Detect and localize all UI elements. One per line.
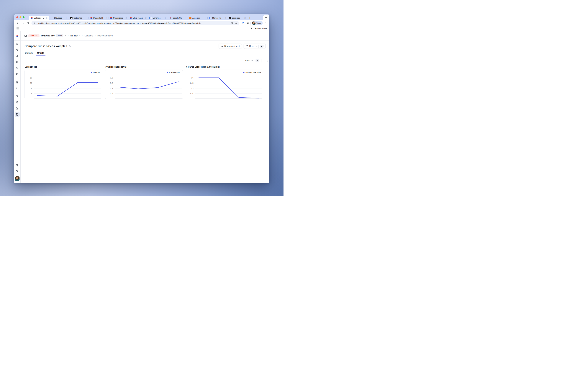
chart-card[interactable]: Parse Error Rate 0.150.30.450.6 <box>186 70 263 99</box>
project-switcher[interactable]: no-filter <box>71 34 80 37</box>
runs-chevron-down-icon <box>255 45 257 47</box>
breadcrumb-separator: / <box>95 34 96 37</box>
browser-tab[interactable]: docs: add× <box>227 15 247 20</box>
list-icon <box>246 45 248 47</box>
tab-close-icon[interactable]: × <box>244 17 246 19</box>
sidebar-item-settings[interactable] <box>15 163 20 168</box>
browser-tab[interactable]: Accounts |× <box>188 15 207 20</box>
sidebar-items <box>15 41 20 118</box>
address-bar[interactable]: cloud.langfuse.com/project/cmfwgv8fx002o… <box>31 21 239 25</box>
org-name[interactable]: langfuse-dev <box>41 34 55 37</box>
url-text[interactable]: cloud.langfuse.com/project/cmfwgv8fx002o… <box>37 22 230 24</box>
langfuse-app: PROD-EU langfuse-dev Team / no-filter <box>14 31 269 183</box>
sidebar-item-tracing[interactable] <box>15 60 20 64</box>
sidebar-item-search[interactable] <box>15 42 20 46</box>
browser-tab[interactable]: Organizatio× <box>108 15 128 20</box>
legend-dot-icon <box>167 72 168 73</box>
tab-search-button[interactable] <box>263 15 269 20</box>
new-experiment-button[interactable]: New experiment <box>219 43 242 49</box>
chart-card[interactable]: Correctness 0.20.40.60.8 <box>105 70 183 99</box>
org-chevron-down-icon[interactable] <box>64 35 66 36</box>
browser-tab[interactable]: Marlies we× <box>207 15 227 20</box>
user-avatar[interactable] <box>15 176 19 181</box>
tab-close-icon[interactable]: × <box>85 17 87 19</box>
browser-tab[interactable]: 6Langfuse -× <box>148 15 168 20</box>
tab-close-icon[interactable]: × <box>145 17 147 19</box>
tab-title: Organizatio <box>113 17 124 19</box>
zoom-window-button[interactable] <box>23 16 25 18</box>
support-icon <box>16 170 19 173</box>
password-extension-icon[interactable] <box>241 21 245 25</box>
tab-close-icon[interactable]: × <box>66 17 68 19</box>
tab-close-icon[interactable]: × <box>184 17 186 19</box>
legend-label: Parse Error Rate <box>245 71 261 74</box>
line-chart: 0.20.40.60.8 <box>105 70 183 99</box>
zoom-level-icon[interactable] <box>231 22 233 24</box>
bookmarks-divider <box>249 27 249 30</box>
sidebar-item-insights[interactable] <box>15 100 20 105</box>
line-chart: 481216 <box>25 70 102 99</box>
environment-badge[interactable]: PROD-EU <box>28 34 40 37</box>
tab-close-icon[interactable]: × <box>46 17 48 19</box>
doc-favicon-icon <box>209 17 211 19</box>
sidebar-item-datasets[interactable] <box>15 112 20 117</box>
new-tab-button[interactable]: + <box>247 15 252 20</box>
sidebar-item-home[interactable] <box>15 47 20 52</box>
all-bookmarks-button[interactable]: All Bookmarks <box>249 27 267 30</box>
browser-tab[interactable]: Datasets | L× <box>29 15 49 20</box>
sidebar-item-playground[interactable] <box>15 86 20 91</box>
sidebar-item-sessions[interactable] <box>15 66 20 70</box>
back-button[interactable] <box>16 21 20 25</box>
sidebar-item-dashboards[interactable] <box>15 54 20 58</box>
charts-selector-button[interactable]: Charts 3 <box>242 58 261 63</box>
collapse-panel-chevron-left-icon[interactable] <box>266 60 268 62</box>
prompts-icon <box>16 81 19 84</box>
tab-close-icon[interactable]: × <box>165 17 167 19</box>
sidebar-item-scores[interactable] <box>15 94 20 98</box>
tab-title: Marlies we <box>212 17 223 19</box>
charts-count-badge: 3 <box>255 59 259 62</box>
chart-parse-error-rate: # Parse Error Rate (annotation) Parse Er… <box>186 66 263 99</box>
reload-button[interactable] <box>25 21 30 25</box>
browser-menu-kebab-icon[interactable] <box>263 21 268 25</box>
sidebar-item-annotation[interactable] <box>15 106 20 111</box>
browser-tab[interactable]: feat(io-tab× <box>69 15 88 20</box>
tab-close-icon[interactable]: × <box>204 17 206 19</box>
sidebar-item-prompts[interactable] <box>15 80 20 84</box>
chart-card[interactable]: latency 481216 <box>25 70 102 99</box>
bookmark-star-icon[interactable] <box>235 22 237 25</box>
extensions-puzzle-icon[interactable] <box>245 21 250 25</box>
breadcrumb-dataset-name[interactable]: basic-examples <box>98 34 113 37</box>
browser-tab[interactable]: Blog - Lang× <box>128 15 148 20</box>
sidebar-toggle-icon[interactable] <box>24 34 27 37</box>
forward-button[interactable] <box>21 21 25 25</box>
tab-title: Google Ge <box>173 17 184 19</box>
dashboards-icon <box>16 55 19 57</box>
info-icon[interactable] <box>69 45 71 47</box>
apps-grid-icon[interactable] <box>16 27 19 30</box>
sidebar-item-support[interactable] <box>15 169 20 174</box>
svg-text:12: 12 <box>30 82 32 84</box>
browser-tab[interactable]: Datasets | l× <box>88 15 108 20</box>
browser-tab[interactable]: CO20250923× <box>49 15 69 20</box>
browser-profile-chip[interactable]: Work <box>252 21 263 25</box>
tab-title: Datasets | l <box>93 17 104 19</box>
tab-close-icon[interactable]: × <box>125 17 127 19</box>
tab-outputs[interactable]: Outputs <box>25 51 33 56</box>
breadcrumb-datasets-link[interactable]: Datasets <box>85 34 93 37</box>
calendar-favicon-icon: 6 <box>149 17 152 19</box>
tab-close-icon[interactable]: × <box>224 17 226 19</box>
site-settings-icon[interactable] <box>33 22 36 24</box>
sidebar-item-users[interactable] <box>15 72 20 77</box>
close-window-button[interactable] <box>16 16 18 18</box>
org-role-badge[interactable]: Team <box>56 34 63 37</box>
tab-title: Langfuse - <box>153 17 164 19</box>
langfuse-logo[interactable] <box>14 31 20 41</box>
chart-correctness: # Correctness (eval) Correctness 0.20.40… <box>105 66 183 99</box>
browser-tab[interactable]: Google Ge× <box>168 15 188 20</box>
page-header: Compare runs: basic-examples New experim… <box>21 41 269 50</box>
tab-close-icon[interactable]: × <box>105 17 107 19</box>
runs-button[interactable]: Runs 4 <box>243 43 266 49</box>
tab-charts[interactable]: Charts <box>37 51 44 56</box>
minimize-window-button[interactable] <box>19 16 21 18</box>
